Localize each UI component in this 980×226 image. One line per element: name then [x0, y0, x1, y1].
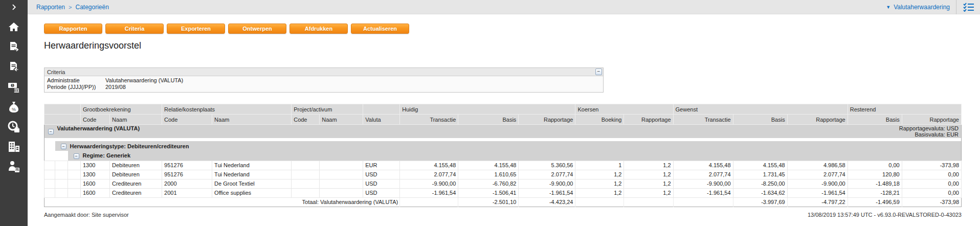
col-header-rel-naam: Naam	[212, 115, 292, 125]
home-icon[interactable]	[5, 20, 23, 34]
total-gewenst-basis: -3.997,69	[733, 197, 787, 207]
collapse-group-icon[interactable]: −	[74, 153, 79, 159]
col-header-gewenst-rapportage: Rapportage	[787, 115, 848, 125]
cell-koers-rapportage: 1,2	[624, 179, 673, 188]
cell-rel-code: 951276	[162, 161, 212, 170]
cash-bank-icon[interactable]: 1	[5, 80, 23, 94]
header-indent-spacer	[44, 115, 81, 125]
criteria-value: 2019/08	[105, 84, 126, 91]
rapporten-button[interactable]: Rapporten	[44, 24, 102, 34]
collapse-group-icon[interactable]: −	[48, 129, 54, 134]
breadcrumb: Rapporten > Categorieën	[36, 4, 109, 11]
criteria-row-administratie: Administratie Valutaherwaardering (VALUT…	[44, 77, 603, 84]
report-selector-label: Valutaherwaardering	[894, 4, 950, 11]
indent-cell	[55, 161, 68, 170]
cell-rest-basis: -1.489,18	[848, 179, 902, 188]
indent-cell	[55, 188, 68, 197]
indent-cell	[44, 188, 55, 197]
indent-cell	[44, 170, 55, 179]
cell-gewenst-rapportage: 2.077,74	[787, 170, 848, 179]
cell-rel-code: 2000	[162, 179, 212, 188]
breadcrumb-separator: >	[69, 4, 72, 10]
basisvaluta-line: Basisvaluta: EUR	[915, 131, 959, 138]
cell-huidig-rapportage: -9.900,00	[519, 179, 575, 188]
col-header-huidig-transactie: Transactie	[400, 115, 458, 125]
cell-rel-code: 2001	[162, 188, 212, 197]
employee-payroll-icon[interactable]	[5, 160, 23, 173]
indent-cell	[44, 161, 55, 170]
total-row: Totaal: Valutaherwaardering (VALUTA) -2.…	[44, 197, 962, 207]
content: Rapporten Criteria Exporteren Ontwerpen …	[28, 14, 980, 218]
cell-gewenst-transactie: 4.155,48	[673, 161, 733, 170]
col-header-koers-rapportage: Rapportage	[624, 115, 673, 125]
criteria-value: Valutaherwaardering (VALUTA)	[105, 77, 183, 84]
group-cell: −	[44, 125, 55, 139]
purchase-document-icon[interactable]	[5, 60, 23, 74]
cell-koers-rapportage: 1,2	[624, 161, 673, 170]
cell-gewenst-transactie: -9.900,00	[673, 179, 733, 188]
collapse-criteria-button[interactable]: −	[595, 69, 602, 75]
sidebar: 1 %	[0, 0, 28, 226]
total-rest-rapportage: -373,98	[902, 197, 961, 207]
col-header-rel-code: Code	[162, 115, 212, 125]
col-header-gewenst-basis: Basis	[733, 115, 787, 125]
time-briefcase-icon[interactable]	[5, 120, 23, 133]
group-label-regime: Regime: Generiek	[83, 152, 131, 159]
cell-gb-code: 1300	[81, 170, 110, 179]
app-window: 1 %	[0, 0, 980, 226]
total-gewenst-rapportage: -4.797,22	[787, 197, 848, 207]
cell-huidig-rapportage: 2.077,74	[519, 170, 575, 179]
total-huidig-transactie	[400, 197, 458, 207]
cell-gewenst-rapportage: 4.986,58	[787, 161, 848, 170]
cell-valuta: USD	[363, 188, 400, 197]
report-selector-dropdown[interactable]: ▼ Valutaherwaardering	[886, 4, 950, 11]
col-header-koers-boeking: Boeking	[575, 115, 624, 125]
timestamp-version-text: 13/08/2019 13:57:49 UTC - v6.93.0-REVALS…	[808, 212, 962, 218]
exporteren-button[interactable]: Exporteren	[167, 24, 225, 34]
group-cell: Herwaarderingstype: Debiteuren/crediteur…	[68, 141, 962, 151]
criteria-button[interactable]: Criteria	[105, 24, 164, 34]
company-buildings-icon[interactable]	[5, 140, 23, 153]
total-label: Totaal: Valutaherwaardering (VALUTA)	[44, 197, 400, 207]
header-indent-spacer	[44, 104, 81, 115]
cell-gb-code: 1600	[81, 188, 110, 197]
col-group-resterend: Resterend	[848, 104, 961, 115]
breadcrumb-rapporten[interactable]: Rapporten	[36, 4, 65, 11]
cell-gewenst-transactie: 2.077,74	[673, 170, 733, 179]
group-label-herwaarderingstype: Herwaarderingstype: Debiteuren/crediteur…	[70, 143, 189, 149]
cell-gewenst-transactie: -1.961,54	[673, 188, 733, 197]
group-cell: −	[68, 151, 81, 161]
col-header-gb-naam: Naam	[110, 115, 162, 125]
sales-document-icon[interactable]	[5, 40, 23, 54]
cell-proj-code	[292, 161, 320, 170]
afdrukken-button[interactable]: Afdrukken	[289, 24, 348, 34]
actualiseren-button[interactable]: Actualiseren	[351, 24, 409, 34]
group-currency-info: Rapportagevaluta: USD Basisvaluta: EUR	[899, 125, 959, 138]
discount-moneybag-icon[interactable]: %	[5, 100, 23, 114]
table-row: 1600 Crediteuren 2000 De Groot Textiel U…	[44, 179, 962, 188]
cell-rel-naam: Office supplies	[212, 188, 292, 197]
total-rest-basis: -1.496,59	[848, 197, 902, 207]
rapportagevaluta-line: Rapportagevaluta: USD	[899, 125, 959, 131]
checklist-icon[interactable]	[963, 2, 975, 12]
cell-proj-naam	[320, 188, 363, 197]
cell-huidig-basis: 1.610,65	[458, 170, 519, 179]
criteria-label: Periode (JJJJ(/PP))	[47, 84, 105, 91]
cell-proj-naam	[320, 161, 363, 170]
cell-gewenst-rapportage: -9.900,00	[787, 179, 848, 188]
cell-huidig-transactie: -9.900,00	[400, 179, 458, 188]
col-group-grootboekrekening: Grootboekrekening	[81, 104, 162, 115]
cell-gb-naam: Crediteuren	[110, 179, 162, 188]
cell-koers-boeking: 1,2	[575, 188, 624, 197]
col-header-valuta: Valuta	[363, 115, 400, 125]
cell-rel-code: 951276	[162, 170, 212, 179]
indent-cell	[68, 188, 81, 197]
col-group-koersen: Koersen	[575, 104, 673, 115]
breadcrumb-categorieen[interactable]: Categorieën	[75, 4, 108, 11]
indent-cell	[55, 179, 68, 188]
cell-proj-code	[292, 170, 320, 179]
collapse-group-icon[interactable]: −	[61, 144, 66, 149]
cell-huidig-basis: -1.506,41	[458, 188, 519, 197]
ontwerpen-button[interactable]: Ontwerpen	[228, 24, 286, 34]
expand-chevron-icon[interactable]	[0, 0, 28, 14]
